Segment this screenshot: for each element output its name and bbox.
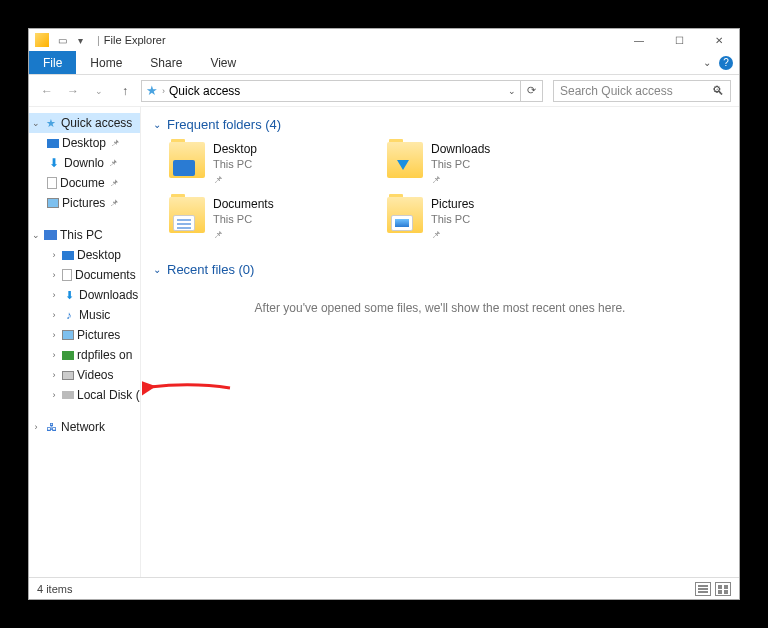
sidebar-item-label: Desktop: [77, 248, 121, 262]
sidebar-item-label: Pictures: [77, 328, 120, 342]
sidebar-network[interactable]: › 🖧 Network: [29, 417, 140, 437]
sidebar-item-label: Documents: [75, 268, 136, 282]
folder-documents[interactable]: Documents This PC 📌︎: [169, 197, 359, 242]
window-title: File Explorer: [104, 34, 166, 46]
qat-properties-icon[interactable]: ▭: [55, 33, 69, 47]
qat-newfolder-icon[interactable]: ▾: [73, 33, 87, 47]
tab-home[interactable]: Home: [76, 51, 136, 74]
sidebar-quick-access[interactable]: ⌄ ★ Quick access: [29, 113, 140, 133]
sidebar-item-local-disk[interactable]: ›Local Disk (: [29, 385, 140, 405]
sidebar-item-label: This PC: [60, 228, 103, 242]
folder-name: Pictures: [431, 197, 474, 212]
app-icon: [35, 33, 49, 47]
chevron-right-icon[interactable]: ›: [49, 370, 59, 380]
sidebar-item-desktop[interactable]: Desktop📌︎: [29, 133, 140, 153]
titlebar: ▭ ▾ | File Explorer — ☐ ✕: [29, 29, 739, 51]
chevron-down-icon[interactable]: ⌄: [31, 118, 41, 128]
sidebar-this-pc[interactable]: ⌄ This PC: [29, 225, 140, 245]
pin-icon: 📌︎: [109, 158, 118, 168]
sidebar-item-downloads[interactable]: ›⬇Downloads: [29, 285, 140, 305]
sidebar-item-documents[interactable]: ›Documents: [29, 265, 140, 285]
sidebar-item-videos[interactable]: ›Videos: [29, 365, 140, 385]
chevron-right-icon: ›: [162, 86, 165, 96]
sidebar-item-label: Docume: [60, 176, 105, 190]
quick-access-star-icon: ★: [146, 83, 158, 98]
chevron-down-icon[interactable]: ⌄: [31, 230, 41, 240]
chevron-down-icon: ⌄: [153, 119, 161, 130]
folder-pictures[interactable]: Pictures This PC 📌︎: [387, 197, 577, 242]
close-button[interactable]: ✕: [699, 29, 739, 51]
chevron-right-icon[interactable]: ›: [49, 270, 59, 280]
tab-share[interactable]: Share: [136, 51, 196, 74]
network-drive-icon: [62, 351, 74, 360]
pc-icon: [44, 230, 57, 240]
folder-location: This PC: [431, 212, 474, 227]
sidebar-item-music[interactable]: ›♪Music: [29, 305, 140, 325]
sidebar-item-pictures[interactable]: Pictures📌︎: [29, 193, 140, 213]
status-text: 4 items: [37, 583, 72, 595]
refresh-button[interactable]: ⟳: [521, 80, 543, 102]
folder-desktop[interactable]: Desktop This PC 📌︎: [169, 142, 359, 187]
tab-view[interactable]: View: [196, 51, 250, 74]
sidebar-item-label: Downlo: [64, 156, 104, 170]
tab-file[interactable]: File: [29, 51, 76, 74]
sidebar-item-pictures[interactable]: ›Pictures: [29, 325, 140, 345]
sidebar-item-label: Music: [79, 308, 110, 322]
help-icon[interactable]: ?: [719, 56, 733, 70]
search-input[interactable]: Search Quick access 🔍︎: [553, 80, 731, 102]
folder-icon: [387, 197, 423, 233]
folder-location: This PC: [213, 212, 274, 227]
music-icon: ♪: [62, 308, 76, 322]
sidebar-item-desktop[interactable]: ›Desktop: [29, 245, 140, 265]
folder-downloads[interactable]: Downloads This PC 📌︎: [387, 142, 577, 187]
up-button[interactable]: ↑: [115, 81, 135, 101]
picture-icon: [62, 330, 74, 340]
back-button[interactable]: ←: [37, 81, 57, 101]
folder-name: Downloads: [431, 142, 490, 157]
frequent-folders-grid: Desktop This PC 📌︎ Downloads This PC 📌︎: [169, 142, 727, 242]
quick-access-toolbar: ▭ ▾: [55, 33, 87, 47]
ribbon-expand-button[interactable]: ⌄: [695, 57, 719, 68]
chevron-right-icon[interactable]: ›: [49, 250, 59, 260]
chevron-right-icon[interactable]: ›: [49, 390, 59, 400]
disk-icon: [62, 391, 74, 399]
details-view-button[interactable]: [695, 582, 711, 596]
frequent-folders-heading[interactable]: ⌄ Frequent folders (4): [153, 117, 727, 132]
pin-icon: 📌︎: [431, 172, 490, 187]
document-icon: [62, 269, 72, 281]
chevron-right-icon[interactable]: ›: [49, 310, 59, 320]
pin-icon: 📌︎: [213, 172, 257, 187]
desktop-icon: [47, 139, 59, 148]
search-icon: 🔍︎: [712, 84, 724, 98]
address-location: Quick access: [169, 84, 240, 98]
sidebar-item-label: Network: [61, 420, 105, 434]
sidebar-item-rdpfiles[interactable]: ›rdpfiles on: [29, 345, 140, 365]
sidebar-item-documents[interactable]: Docume📌︎: [29, 173, 140, 193]
folder-icon: [169, 142, 205, 178]
network-icon: 🖧: [44, 420, 58, 434]
search-placeholder: Search Quick access: [560, 84, 673, 98]
navigation-pane: ⌄ ★ Quick access Desktop📌︎ ⬇Downlo📌︎ Doc…: [29, 107, 141, 577]
recent-files-heading[interactable]: ⌄ Recent files (0): [153, 262, 727, 277]
chevron-right-icon[interactable]: ›: [31, 422, 41, 432]
section-title: Frequent folders (4): [167, 117, 281, 132]
desktop-icon: [62, 251, 74, 260]
chevron-right-icon[interactable]: ›: [49, 350, 59, 360]
sidebar-item-downloads[interactable]: ⬇Downlo📌︎: [29, 153, 140, 173]
thumbnails-view-button[interactable]: [715, 582, 731, 596]
folder-location: This PC: [213, 157, 257, 172]
body: ⌄ ★ Quick access Desktop📌︎ ⬇Downlo📌︎ Doc…: [29, 107, 739, 577]
chevron-right-icon[interactable]: ›: [49, 330, 59, 340]
pin-icon: 📌︎: [111, 138, 120, 148]
sidebar-item-label: Videos: [77, 368, 113, 382]
address-dropdown-icon[interactable]: ⌄: [508, 86, 516, 96]
section-title: Recent files (0): [167, 262, 254, 277]
forward-button[interactable]: →: [63, 81, 83, 101]
chevron-right-icon[interactable]: ›: [49, 290, 59, 300]
minimize-button[interactable]: —: [619, 29, 659, 51]
recent-locations-button[interactable]: ⌄: [89, 81, 109, 101]
folder-name: Documents: [213, 197, 274, 212]
download-icon: ⬇: [47, 156, 61, 170]
address-bar[interactable]: ★ › Quick access ⌄: [141, 80, 521, 102]
maximize-button[interactable]: ☐: [659, 29, 699, 51]
